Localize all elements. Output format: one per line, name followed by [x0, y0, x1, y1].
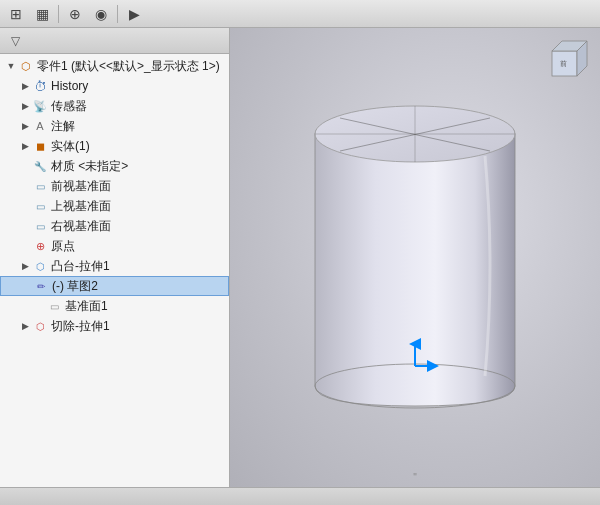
solid-label: 实体(1): [51, 138, 90, 155]
sensor-expand: ▶: [18, 99, 32, 113]
boss-expand: ▶: [18, 259, 32, 273]
root-label: 零件1 (默认<<默认>_显示状态 1>): [37, 58, 220, 75]
tree-item-base-plane1[interactable]: ▭ 基准面1: [0, 296, 229, 316]
top-plane-icon: ▭: [32, 198, 48, 214]
history-expand: ▶: [18, 79, 32, 93]
toolbar-sep-1: [58, 5, 59, 23]
boss-label: 凸台-拉伸1: [51, 258, 110, 275]
tree-root[interactable]: ▼ ⬡ 零件1 (默认<<默认>_显示状态 1>): [0, 56, 229, 76]
sensor-label: 传感器: [51, 98, 87, 115]
history-icon: ⏱: [32, 78, 48, 94]
tree-item-sketch2[interactable]: ✏ (-) 草图2: [0, 276, 229, 296]
sketch2-expand: [19, 279, 33, 293]
sketch2-label: (-) 草图2: [52, 278, 98, 295]
boss-icon: ⬡: [32, 258, 48, 274]
tree-item-origin[interactable]: ⊕ 原点: [0, 236, 229, 256]
top-toolbar: ⊞ ▦ ⊕ ◉ ▶: [0, 0, 600, 28]
main-area: ▽ ▼ ⬡ 零件1 (默认<<默认>_显示状态 1>) ▶ ⏱ History …: [0, 28, 600, 487]
tree-item-right-plane[interactable]: ▭ 右视基准面: [0, 216, 229, 236]
front-plane-expand: [18, 179, 32, 193]
panel-toolbar: ▽: [0, 28, 229, 54]
toolbar-btn-1[interactable]: ⊞: [4, 3, 28, 25]
annotation-label: 注解: [51, 118, 75, 135]
feature-tree: ▼ ⬡ 零件1 (默认<<默认>_显示状态 1>) ▶ ⏱ History ▶ …: [0, 54, 229, 487]
material-icon: 🔧: [32, 158, 48, 174]
origin-expand: [18, 239, 32, 253]
svg-text:前: 前: [560, 60, 567, 67]
annotation-icon: A: [32, 118, 48, 134]
base-plane1-expand: [32, 299, 46, 313]
solid-icon: ◼: [32, 138, 48, 154]
bottom-indicator: ": [413, 472, 417, 483]
origin-label: 原点: [51, 238, 75, 255]
right-plane-label: 右视基准面: [51, 218, 111, 235]
material-label: 材质 <未指定>: [51, 158, 128, 175]
top-plane-expand: [18, 199, 32, 213]
toolbar-btn-3[interactable]: ⊕: [63, 3, 87, 25]
tree-item-top-plane[interactable]: ▭ 上视基准面: [0, 196, 229, 216]
front-plane-label: 前视基准面: [51, 178, 111, 195]
tree-item-annotation[interactable]: ▶ A 注解: [0, 116, 229, 136]
annotation-expand: ▶: [18, 119, 32, 133]
top-plane-label: 上视基准面: [51, 198, 111, 215]
history-label: History: [51, 79, 88, 93]
base-plane1-label: 基准面1: [65, 298, 108, 315]
toolbar-btn-2[interactable]: ▦: [30, 3, 54, 25]
nav-cube[interactable]: 前: [542, 36, 592, 86]
toolbar-sep-2: [117, 5, 118, 23]
sketch2-icon: ✏: [33, 278, 49, 294]
cut-expand: ▶: [18, 319, 32, 333]
right-plane-icon: ▭: [32, 218, 48, 234]
tree-item-cut-extrude1[interactable]: ▶ ⬡ 切除-拉伸1: [0, 316, 229, 336]
tree-item-material[interactable]: 🔧 材质 <未指定>: [0, 156, 229, 176]
tree-item-boss-extrude1[interactable]: ▶ ⬡ 凸台-拉伸1: [0, 256, 229, 276]
solid-expand: ▶: [18, 139, 32, 153]
tree-item-sensor[interactable]: ▶ 📡 传感器: [0, 96, 229, 116]
cut-icon: ⬡: [32, 318, 48, 334]
base-plane1-icon: ▭: [46, 298, 62, 314]
origin-icon: ⊕: [32, 238, 48, 254]
toolbar-btn-4[interactable]: ◉: [89, 3, 113, 25]
cylinder-model: [285, 86, 545, 429]
viewport[interactable]: 前 ": [230, 28, 600, 487]
front-plane-icon: ▭: [32, 178, 48, 194]
root-expand: ▼: [4, 59, 18, 73]
tree-item-solid[interactable]: ▶ ◼ 实体(1): [0, 136, 229, 156]
root-icon: ⬡: [18, 58, 34, 74]
toolbar-btn-5[interactable]: ▶: [122, 3, 146, 25]
cut-label: 切除-拉伸1: [51, 318, 110, 335]
tree-item-front-plane[interactable]: ▭ 前视基准面: [0, 176, 229, 196]
status-bar: [0, 487, 600, 505]
sensor-icon: 📡: [32, 98, 48, 114]
tree-item-history[interactable]: ▶ ⏱ History: [0, 76, 229, 96]
left-panel: ▽ ▼ ⬡ 零件1 (默认<<默认>_显示状态 1>) ▶ ⏱ History …: [0, 28, 230, 487]
filter-btn[interactable]: ▽: [4, 31, 26, 51]
material-expand: [18, 159, 32, 173]
right-plane-expand: [18, 219, 32, 233]
